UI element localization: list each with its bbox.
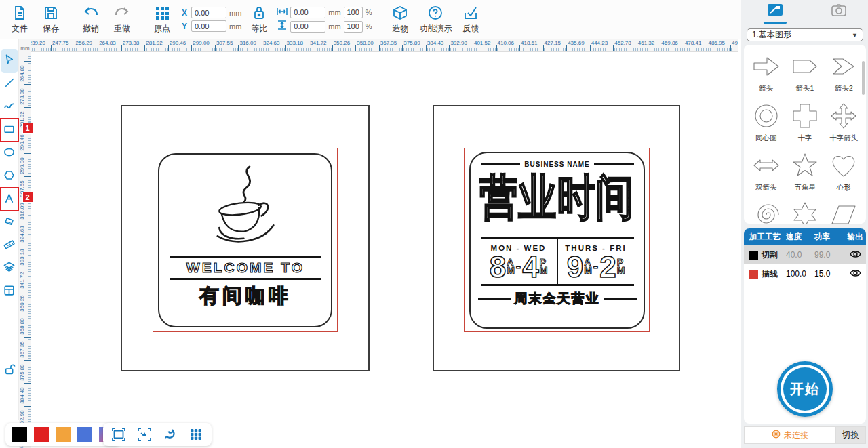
create-button[interactable]: 造物 xyxy=(384,1,416,38)
switch-device-button[interactable]: 切换 xyxy=(836,426,866,444)
shape-item-cross-arrow[interactable]: 十字箭头 xyxy=(825,97,863,146)
ruler-tick xyxy=(215,45,216,51)
selection-frame-icon[interactable] xyxy=(111,427,126,442)
ruler-tick xyxy=(121,45,122,51)
undo-icon xyxy=(82,5,100,21)
select-tool[interactable] xyxy=(1,49,18,73)
save-button[interactable]: 保存 xyxy=(35,1,66,38)
curve-tool[interactable] xyxy=(1,96,18,119)
y-position-input[interactable] xyxy=(191,20,226,32)
shape-item-double-arrow[interactable]: 双箭头 xyxy=(747,146,785,196)
shape-item-star6[interactable]: 六角星 xyxy=(785,196,824,224)
ruler-number: 290.46 xyxy=(19,134,25,150)
ruler-number: 273.38 xyxy=(19,88,25,104)
proportional-lock-button[interactable]: 等比 xyxy=(245,1,273,38)
height-percent-input[interactable] xyxy=(344,21,363,33)
hours-title-text: 营业时间 xyxy=(480,174,635,222)
shape-item-arrow2[interactable]: 箭头2 xyxy=(825,47,863,97)
layer-visibility-toggle[interactable] xyxy=(844,268,866,280)
ruler-number: 333.18 xyxy=(287,40,303,46)
fit-view-icon[interactable] xyxy=(137,427,152,442)
welcome-text-block[interactable]: WELCOME TO xyxy=(170,256,321,280)
create-label: 造物 xyxy=(392,23,408,35)
shape-item-star5[interactable]: 五角星 xyxy=(785,146,824,196)
x-position-input[interactable] xyxy=(191,7,226,18)
ruler-tick xyxy=(496,45,497,51)
unlock-button[interactable] xyxy=(1,361,19,381)
grid-toggle-icon[interactable] xyxy=(189,427,203,442)
start-button[interactable]: 开始 xyxy=(777,361,833,417)
ruler-tick xyxy=(24,268,31,268)
tab-camera[interactable] xyxy=(831,3,847,24)
position-inputs: X mm Y mm xyxy=(182,7,241,32)
rectangle-tool[interactable]: 1 xyxy=(1,119,18,142)
feedback-icon xyxy=(462,5,479,21)
shape-item-spiral[interactable]: 螺旋线 xyxy=(747,196,785,224)
color-swatch-1[interactable] xyxy=(34,427,49,442)
close-hour: 2 xyxy=(599,253,616,281)
close-suffix: PM xyxy=(617,258,625,274)
welcome-text: WELCOME TO xyxy=(186,260,304,275)
undo-button[interactable]: 撤销 xyxy=(75,1,106,38)
layers-header: 加工工艺速度功率输出 xyxy=(744,228,866,245)
annotation-badge: 2 xyxy=(22,192,33,203)
redo-icon xyxy=(113,5,131,21)
polygon-tool[interactable] xyxy=(1,165,18,188)
shape-item-cross[interactable]: 十字 xyxy=(785,97,824,146)
height-input[interactable] xyxy=(290,21,326,33)
layer-row-切割[interactable]: 切割 40.0 99.0 xyxy=(744,245,866,264)
layer-visibility-toggle[interactable] xyxy=(844,249,866,261)
eraser-tool[interactable] xyxy=(1,211,18,234)
file-button[interactable]: 文件 xyxy=(4,1,35,38)
shape-label: 同心圆 xyxy=(755,134,777,143)
ruler-tick xyxy=(613,45,614,51)
origin-button[interactable]: 原点 xyxy=(146,1,178,38)
ellipse-tool[interactable] xyxy=(1,142,18,165)
arrow1-icon xyxy=(791,52,819,81)
ruler-number: 350.26 xyxy=(19,295,25,311)
hours-column: MON - WED 8 AM - 4 PM xyxy=(481,239,558,285)
shape-item-parallelogram[interactable]: 平行四边形 xyxy=(825,196,863,224)
demo-button[interactable]: 功能演示 xyxy=(416,1,455,38)
layer-row-描线[interactable]: 描线 100.0 15.0 xyxy=(744,264,866,283)
ruler-tick xyxy=(637,45,637,51)
hours-sign-content[interactable]: BUSINESS NAME 营业时间 MON - WED 8 AM - 4 PM… xyxy=(469,152,645,329)
shape-item-arrow1[interactable]: 箭头1 xyxy=(785,47,824,97)
shape-item-heart[interactable]: 心形 xyxy=(825,146,863,196)
shapes-scrollbar[interactable] xyxy=(862,61,865,95)
measure-tool[interactable] xyxy=(1,234,18,257)
coffee-cup-drawing[interactable] xyxy=(202,163,290,255)
ruler-tick xyxy=(660,45,660,51)
redo-button[interactable]: 重做 xyxy=(106,1,138,38)
snap-magnet-icon[interactable] xyxy=(163,427,178,442)
width-icon xyxy=(277,6,288,18)
line-tool[interactable] xyxy=(1,73,18,96)
feedback-button[interactable]: 反馈 xyxy=(455,1,486,38)
ruler-number: 324.63 xyxy=(19,226,25,243)
color-swatch-2[interactable] xyxy=(56,427,71,442)
text-tool[interactable]: 2 xyxy=(1,188,18,211)
shape-item-arrow[interactable]: 箭头 xyxy=(747,47,785,97)
ruler-tick xyxy=(332,45,333,51)
width-percent-input[interactable] xyxy=(344,7,363,18)
file-label: 文件 xyxy=(12,23,28,35)
hours-row: 9 AM - 2 PM xyxy=(567,253,625,281)
toolbar-separator xyxy=(380,7,380,33)
ruler-number: 375.89 xyxy=(403,40,420,46)
panel-tabs xyxy=(741,0,868,27)
layers-tool[interactable] xyxy=(1,257,18,280)
lock-label: 等比 xyxy=(251,23,267,35)
undo-label: 撤销 xyxy=(83,23,99,35)
tab-design-library[interactable] xyxy=(764,3,787,24)
hours-column: THURS - FRI 9 AM - 2 PM xyxy=(558,239,634,285)
shop-name-text[interactable]: 有间咖啡 xyxy=(170,283,321,310)
ruler-tick xyxy=(24,61,31,62)
shape-category-dropdown[interactable]: 1.基本图形 ▼ xyxy=(747,28,863,41)
color-swatch-3[interactable] xyxy=(77,427,92,442)
ruler-number: 333.18 xyxy=(19,249,25,265)
connection-status-field[interactable]: 未连接 xyxy=(744,426,836,444)
shape-item-concentric[interactable]: 同心圆 xyxy=(747,97,785,146)
width-input[interactable] xyxy=(290,7,326,18)
color-swatch-0[interactable] xyxy=(12,427,27,442)
artboard-tool[interactable] xyxy=(1,280,18,303)
